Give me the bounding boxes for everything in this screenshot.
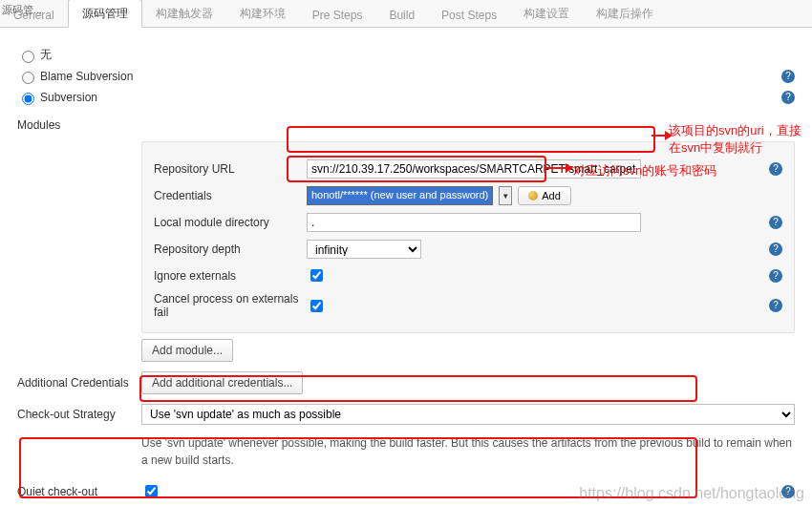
add-additional-cred-button[interactable]: Add additional credentials... bbox=[141, 371, 303, 394]
additional-cred-label: Additional Credentials bbox=[17, 376, 141, 390]
add-credentials-button[interactable]: Add bbox=[518, 186, 571, 205]
credentials-label: Credentials bbox=[154, 189, 307, 202]
tab-settings[interactable]: 构建设置 bbox=[510, 0, 583, 27]
key-icon bbox=[528, 191, 538, 200]
help-icon[interactable]: ? bbox=[781, 70, 795, 83]
checkout-strategy-select[interactable]: Use 'svn update' as much as possible bbox=[141, 404, 795, 425]
tab-presteps[interactable]: Pre Steps bbox=[299, 3, 376, 27]
tab-triggers[interactable]: 构建触发器 bbox=[142, 0, 226, 27]
localdir-input[interactable] bbox=[307, 213, 641, 232]
checkout-strategy-label: Check-out Strategy bbox=[17, 408, 141, 421]
checkout-strategy-desc: Use 'svn update' whenever possible, maki… bbox=[141, 434, 795, 469]
radio-none[interactable] bbox=[22, 51, 34, 63]
ignore-label: Ignore externals bbox=[154, 269, 307, 283]
side-label: 源码管... bbox=[2, 3, 42, 17]
tab-env[interactable]: 构建环境 bbox=[226, 0, 299, 27]
depth-select[interactable]: infinity bbox=[307, 240, 421, 259]
credentials-select[interactable]: honotl/****** (new user and password) bbox=[307, 186, 493, 205]
content-area: 无 Blame Subversion ? Subversion ? Module… bbox=[0, 28, 812, 506]
tab-poststeps[interactable]: Post Steps bbox=[428, 3, 510, 27]
annotation-repo: 该项目的svn的uri，直接在svn中复制就行 bbox=[669, 122, 812, 156]
radio-none-label: 无 bbox=[40, 47, 795, 63]
tab-postbuild[interactable]: 构建后操作 bbox=[583, 0, 667, 27]
tab-scm[interactable]: 源码管理 bbox=[68, 0, 142, 28]
help-icon[interactable]: ? bbox=[781, 91, 795, 104]
help-icon[interactable]: ? bbox=[769, 216, 782, 229]
add-module-button[interactable]: Add module... bbox=[141, 339, 233, 362]
cancel-label: Cancel process on externals fail bbox=[154, 292, 307, 319]
dropdown-icon[interactable]: ▼ bbox=[499, 186, 512, 205]
annotation-cred: 对应访问svn的账号和密码 bbox=[573, 162, 716, 179]
radio-svn[interactable] bbox=[22, 93, 34, 105]
radio-blame[interactable] bbox=[22, 72, 34, 84]
watermark: https://blog.csdn.net/hongtaolong bbox=[579, 485, 804, 502]
repo-url-label: Repository URL bbox=[154, 162, 307, 176]
radio-svn-label: Subversion bbox=[40, 91, 781, 104]
cancel-externals-checkbox[interactable] bbox=[310, 300, 323, 312]
help-icon[interactable]: ? bbox=[769, 162, 782, 176]
tab-build[interactable]: Build bbox=[375, 3, 428, 27]
tab-bar: General 源码管理 构建触发器 构建环境 Pre Steps Build … bbox=[0, 0, 812, 28]
localdir-label: Local module directory bbox=[154, 216, 307, 229]
ignore-externals-checkbox[interactable] bbox=[310, 269, 323, 282]
depth-label: Repository depth bbox=[154, 242, 307, 256]
help-icon[interactable]: ? bbox=[769, 242, 782, 256]
quiet-checkout-label: Quiet check-out bbox=[17, 485, 141, 498]
quiet-checkout-checkbox[interactable] bbox=[145, 485, 158, 497]
help-icon[interactable]: ? bbox=[769, 269, 782, 283]
radio-blame-label: Blame Subversion bbox=[40, 70, 781, 83]
arrow-icon bbox=[652, 130, 669, 141]
help-icon[interactable]: ? bbox=[769, 299, 782, 312]
arrow-icon bbox=[545, 162, 571, 174]
